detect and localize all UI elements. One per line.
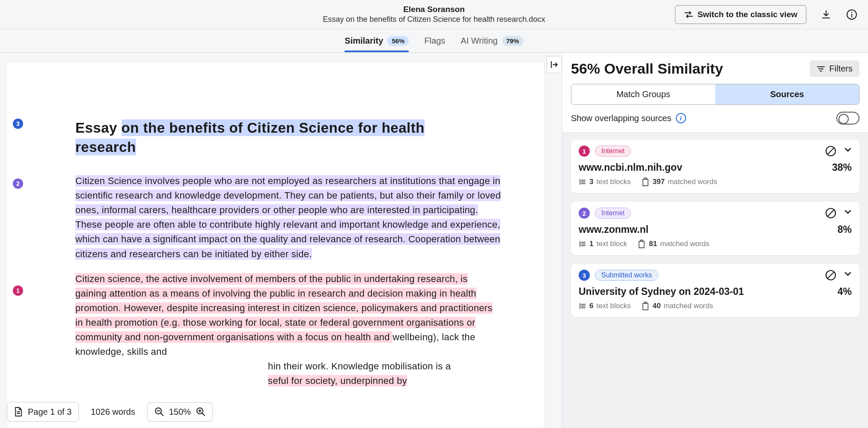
matched-words-meta: 397 matched words xyxy=(642,178,717,186)
source-percent: 38% xyxy=(832,162,852,173)
text-blocks-meta: 6 text blocks xyxy=(579,302,631,310)
document-paragraph-2: Citizen science, the active involvement … xyxy=(75,272,501,389)
source-url: University of Sydney on 2024-03-01 xyxy=(579,286,744,297)
tab-ai-label: AI Writing xyxy=(461,36,497,46)
zoom-out-icon[interactable] xyxy=(155,407,164,416)
tabs-bar: Similarity 56% Flags AI Writing 79% xyxy=(0,29,868,53)
sidebar: 56% Overall Similarity Filters Match Gro… xyxy=(562,53,868,428)
zoom-control: 150% xyxy=(147,402,213,422)
author-name: Elena Soranson xyxy=(323,5,545,14)
exclude-icon[interactable] xyxy=(825,208,836,219)
filters-button[interactable]: Filters xyxy=(810,60,859,77)
source-number-badge: 3 xyxy=(579,270,590,281)
source-card-2[interactable]: 2 Internet www.zonmw.nl 8% xyxy=(571,202,859,255)
chevron-down-icon[interactable] xyxy=(844,209,852,217)
margin-marker-2[interactable]: 2 xyxy=(13,178,23,189)
source-url: www.zonmw.nl xyxy=(579,224,648,235)
tab-ai-writing[interactable]: AI Writing 79% xyxy=(461,30,523,52)
sidebar-collapse-handle[interactable] xyxy=(547,56,562,73)
document-paragraph-1: Citizen Science involves people who are … xyxy=(75,174,501,262)
document-wrap: 3 2 1 Essay on the benefits of Citizen S… xyxy=(0,53,562,428)
main-area: 3 2 1 Essay on the benefits of Citizen S… xyxy=(0,53,868,428)
margin-marker-3[interactable]: 3 xyxy=(13,119,23,129)
segmented-control: Match Groups Sources xyxy=(571,84,859,105)
tab-similarity-badge: 56% xyxy=(387,36,409,46)
tab-similarity[interactable]: Similarity 56% xyxy=(345,30,409,52)
source-type-pill: Internet xyxy=(595,146,631,157)
download-icon[interactable] xyxy=(820,9,832,21)
text-blocks-meta: 3 text blocks xyxy=(579,178,631,186)
source-percent: 4% xyxy=(838,286,852,297)
chevron-down-icon[interactable] xyxy=(844,147,852,155)
source-number-badge: 1 xyxy=(579,146,590,157)
source-card-3[interactable]: 3 Submitted works University of Sydney o… xyxy=(571,264,859,317)
tab-flags[interactable]: Flags xyxy=(424,30,445,52)
swap-icon xyxy=(684,11,693,18)
page-indicator[interactable]: Page 1 of 3 xyxy=(7,402,79,422)
zoom-level: 150% xyxy=(169,407,191,417)
margin-marker-1[interactable]: 1 xyxy=(13,285,23,296)
header-bar: Elena Soranson Essay on the benefits of … xyxy=(0,0,868,29)
tab-similarity-label: Similarity xyxy=(345,36,383,46)
zoom-in-icon[interactable] xyxy=(196,407,205,416)
switch-classic-label: Switch to the classic view xyxy=(698,10,797,19)
page-indicator-text: Page 1 of 3 xyxy=(28,407,71,417)
source-percent: 8% xyxy=(838,224,852,235)
matched-words-meta: 81 matched words xyxy=(638,240,709,248)
tab-ai-badge: 79% xyxy=(502,36,523,46)
word-count-text: 1026 words xyxy=(91,407,135,417)
sidebar-header: 56% Overall Similarity Filters xyxy=(562,53,868,84)
header-center: Elena Soranson Essay on the benefits of … xyxy=(323,5,545,24)
seg-match-groups[interactable]: Match Groups xyxy=(571,84,715,104)
chevron-down-icon[interactable] xyxy=(844,271,852,279)
source-type-pill: Submitted works xyxy=(595,270,658,281)
page-icon xyxy=(14,407,23,417)
file-name: Essay on the benefits of Citizen Science… xyxy=(323,15,545,24)
info-icon[interactable] xyxy=(846,9,858,21)
sources-list[interactable]: 1 Internet www.ncbi.nlm.nih.gov 38% xyxy=(562,132,868,428)
exclude-icon[interactable] xyxy=(825,270,836,281)
document-page: 3 2 1 Essay on the benefits of Citizen S… xyxy=(7,63,544,428)
source-card-1[interactable]: 1 Internet www.ncbi.nlm.nih.gov 38% xyxy=(571,140,859,193)
switch-classic-button[interactable]: Switch to the classic view xyxy=(675,5,806,24)
seg-sources[interactable]: Sources xyxy=(715,84,859,104)
exclude-icon[interactable] xyxy=(825,146,836,157)
bottom-toolbar: Page 1 of 3 1026 words 150% xyxy=(7,402,213,422)
svg-point-1 xyxy=(851,12,852,12)
document-title: Essay on the benefits of Citizen Science… xyxy=(75,119,501,157)
overall-similarity-title: 56% Overall Similarity xyxy=(571,60,723,77)
overlap-label: Show overlapping sources xyxy=(571,113,672,123)
filter-icon xyxy=(817,65,825,72)
overlap-row: Show overlapping sources i xyxy=(562,112,868,132)
source-type-pill: Internet xyxy=(595,208,631,219)
word-count: 1026 words xyxy=(84,403,142,421)
matched-words-meta: 40 matched words xyxy=(642,302,713,310)
filters-label: Filters xyxy=(829,64,853,74)
overlap-info-icon[interactable]: i xyxy=(676,113,686,123)
tab-flags-label: Flags xyxy=(424,36,445,46)
text-blocks-meta: 1 text block xyxy=(579,240,627,248)
source-number-badge: 2 xyxy=(579,208,590,219)
source-url: www.ncbi.nlm.nih.gov xyxy=(579,162,682,173)
overlap-toggle[interactable] xyxy=(836,112,859,125)
